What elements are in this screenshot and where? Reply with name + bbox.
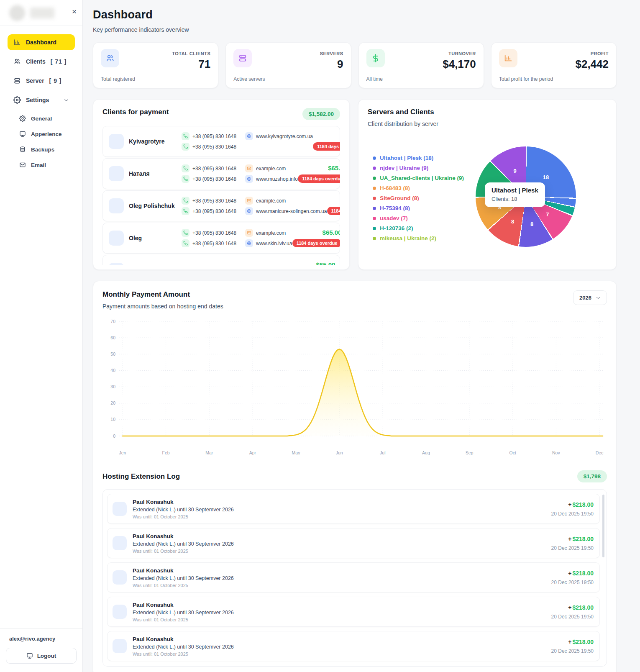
globe-icon — [245, 207, 253, 215]
kpi-value: 71 — [198, 58, 210, 71]
sidebar-item-clients[interactable]: Clients [ 71 ] — [8, 54, 75, 69]
client-row[interactable]: Oleg +38 (095) 830 1648+38 (095) 830 164… — [102, 223, 340, 254]
logout-button[interactable]: Logout — [6, 648, 77, 664]
nav-label: Backups — [31, 146, 54, 153]
svg-text:70: 70 — [110, 319, 115, 324]
log-row[interactable]: Paul Konashuk Extended (Nick L.) until 3… — [107, 528, 600, 558]
log-extension-text: Extended (Nick L.) until 30 Septemver 20… — [133, 541, 506, 547]
log-timestamp: 20 Dec 2025 19:50 — [506, 511, 594, 517]
log-amount: +$218.00 — [506, 570, 594, 577]
plus-sign: + — [568, 501, 571, 508]
mail-icon — [245, 197, 253, 205]
sidebar-item-backups[interactable]: Backups — [13, 142, 75, 156]
log-was-until: Was until: 01 October 2025 — [133, 549, 506, 554]
client-avatar — [109, 263, 124, 265]
pie-tooltip: Ultahost | Plesk Clients: 18 — [485, 182, 545, 207]
phone-icon — [182, 164, 189, 172]
legend-dot — [373, 197, 376, 200]
svg-text:Oct: Oct — [509, 450, 516, 455]
nav-label: Server — [26, 77, 44, 84]
kpi-label: PROFIT — [591, 51, 609, 56]
legend-item[interactable]: UA_Shared-clients | Ukraine (9) — [373, 175, 464, 181]
legend-item[interactable]: usadev (7) — [373, 215, 464, 221]
nav-icon — [13, 38, 21, 46]
legend-item[interactable]: H-68483 (8) — [373, 185, 464, 191]
sidebar-item-apperience[interactable]: Apperience — [13, 127, 75, 141]
kpi-caption: All time — [366, 76, 383, 82]
hosting-log-scrollbar[interactable] — [602, 495, 604, 557]
nav-label: Dashboard — [26, 39, 56, 46]
kpi-caption: Total registered — [101, 76, 135, 82]
overdue-badge: 1184 days overdue — [327, 207, 340, 215]
legend-item[interactable]: H-120736 (2) — [373, 225, 464, 231]
legend-item[interactable]: Ultahost | Plesk (18) — [373, 155, 464, 161]
sidebar-item-email[interactable]: Email — [13, 158, 75, 172]
log-amount: +$218.00 — [506, 639, 594, 645]
log-row[interactable]: Paul Konashuk Extended (Nick L.) until 3… — [107, 597, 600, 627]
log-timestamp: 20 Dec 2025 19:50 — [506, 614, 594, 620]
client-row[interactable]: Oleg Polishchuk +38 (095) 830 1648+38 (0… — [102, 190, 340, 221]
mail-icon — [245, 164, 253, 172]
sidebar-item-dashboard[interactable]: Dashboard — [8, 34, 75, 50]
legend-item[interactable]: H-75394 (8) — [373, 205, 464, 211]
monthly-chart-subtitle: Payment amounts based on hosting end dat… — [102, 303, 223, 310]
legend-item[interactable]: SiteGround (8) — [373, 195, 464, 201]
client-contacts: example.comwww.skin.lviv.ua — [245, 229, 292, 248]
phone-icon — [182, 132, 189, 140]
client-name: Oleg — [129, 235, 182, 241]
legend-label: njdev | Ukraine (9) — [380, 165, 428, 171]
legend-label: H-120736 (2) — [380, 225, 413, 231]
clients-panel-title: Clients for payment — [102, 108, 169, 116]
client-row[interactable]: Наталя +38 (095) 830 1648+38 (095) 830 1… — [102, 158, 340, 189]
hosting-log-badge: $1,798 — [577, 470, 607, 482]
log-row[interactable]: Paul Konashuk Extended (Nick L.) until 3… — [107, 562, 600, 592]
area-chart: 010203040506070JenFebMarAprMayJunJulAugS… — [102, 315, 607, 459]
log-row[interactable]: Paul Konashuk Extended (Nick L.) until 3… — [107, 631, 600, 661]
client-row[interactable]: +38 (095) 830 1648 example.com $65.00 11… — [102, 255, 340, 265]
svg-text:May: May — [292, 450, 301, 455]
sidebar-item-server[interactable]: Server [ 9 ] — [8, 73, 75, 89]
svg-text:Jul: Jul — [380, 450, 385, 455]
phone-icon — [182, 229, 189, 237]
kpi-label: TOTAL CLIENTS — [172, 51, 210, 56]
nav-badge: [ 71 ] — [51, 58, 67, 65]
nav-label: General — [31, 115, 52, 122]
legend-dot — [373, 177, 376, 180]
sidebar-item-settings[interactable]: Settings — [8, 92, 75, 108]
log-was-until: Was until: 01 October 2025 — [133, 514, 506, 519]
nav-icon — [19, 115, 26, 122]
log-avatar — [113, 605, 127, 619]
client-phones: +38 (095) 830 1648+38 (095) 830 1648 — [182, 197, 245, 215]
user-email: alex@rivo.agency — [6, 636, 77, 642]
sidebar-item-general[interactable]: General — [13, 111, 75, 126]
nav-icon — [19, 162, 26, 168]
legend-dot — [373, 156, 376, 160]
plus-sign: + — [568, 570, 571, 577]
legend-item[interactable]: mikeusa | Ukraine (2) — [373, 235, 464, 241]
year-select[interactable]: 2026 — [573, 290, 607, 305]
client-avatar — [109, 166, 124, 181]
client-name: Kyivagrotyre — [129, 138, 182, 145]
log-amount-value: $218.00 — [572, 604, 594, 611]
pie-slice-label: 9 — [513, 168, 516, 174]
close-icon[interactable]: × — [72, 8, 77, 15]
log-client-name: Paul Konashuk — [133, 602, 506, 608]
kpi-icon — [499, 49, 517, 67]
kpi-card: TURNOVER $4,170 All time — [358, 42, 484, 88]
legend-label: usadev (7) — [380, 215, 408, 221]
page-subtitle: Key performance indicators overview — [93, 26, 617, 33]
log-avatar — [113, 502, 127, 516]
client-row[interactable]: Kyivagrotyre +38 (095) 830 1648+38 (095)… — [102, 126, 340, 157]
legend-item[interactable]: njdev | Ukraine (9) — [373, 165, 464, 171]
client-name: Oleg Polishchuk — [129, 203, 182, 209]
client-amount: $65.00 — [292, 229, 340, 236]
pie-tooltip-title: Ultahost | Plesk — [492, 187, 538, 194]
nav-icon — [19, 131, 26, 137]
log-row[interactable]: Paul Konashuk Extended (Nick L.) until 3… — [107, 494, 600, 524]
monthly-chart-title: Monthly Payment Amount — [102, 290, 223, 299]
chevron-down-icon — [64, 97, 69, 103]
avatar — [9, 5, 25, 21]
client-amount: $65.00 — [327, 197, 340, 204]
kpi-row: TOTAL CLIENTS 71 Total registered SERVER… — [93, 42, 617, 88]
legend-dot — [373, 237, 376, 240]
